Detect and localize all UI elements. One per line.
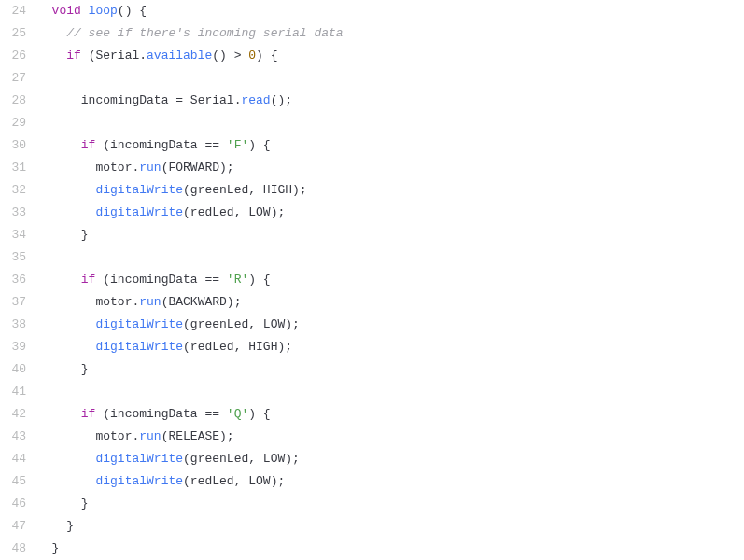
token-plain: motor.: [95, 295, 139, 309]
token-keyword: if: [81, 138, 96, 152]
line-number: 40: [0, 358, 26, 381]
token-plain: ();: [271, 93, 292, 107]
token-method: available: [147, 49, 212, 63]
token-method: run: [139, 295, 161, 309]
code-editor: 2425262728293031323334353637383940414243…: [0, 0, 744, 560]
token-plain: (incomingData ==: [95, 273, 226, 287]
line-number: 41: [0, 381, 26, 403]
token-plain: (Serial.: [81, 49, 147, 63]
code-line: if (Serial.available() > 0) {: [37, 45, 744, 67]
line-number: 42: [0, 403, 26, 426]
token-plain: (RELEASE);: [161, 429, 234, 443]
token-method: digitalWrite: [95, 452, 183, 466]
token-plain: (greenLed, HIGH);: [183, 183, 307, 197]
code-line: incomingData = Serial.read();: [37, 90, 744, 112]
code-line: digitalWrite(redLed, LOW);: [37, 202, 744, 224]
token-plain: () >: [212, 49, 248, 63]
token-plain: ) {: [248, 407, 270, 421]
line-number: 46: [0, 493, 26, 515]
token-plain: (incomingData ==: [95, 138, 226, 152]
line-number: 37: [0, 291, 26, 314]
token-plain: }: [66, 519, 74, 533]
token-plain: motor.: [95, 429, 139, 443]
code-line: void loop() {: [37, 0, 744, 22]
code-line: digitalWrite(redLed, LOW);: [37, 470, 744, 493]
token-string: 'Q': [227, 407, 248, 421]
line-number: 34: [0, 224, 26, 246]
token-plain: }: [81, 228, 89, 242]
token-method: digitalWrite: [95, 474, 183, 488]
token-plain: }: [81, 497, 89, 511]
token-plain: (greenLed, LOW);: [183, 452, 300, 466]
token-plain: ) {: [256, 49, 277, 63]
token-keyword: if: [66, 49, 81, 63]
code-line: digitalWrite(greenLed, LOW);: [37, 448, 744, 470]
token-plain: () {: [118, 4, 147, 18]
token-string: 'F': [227, 138, 248, 152]
code-line: [37, 246, 744, 269]
line-number: 35: [0, 246, 26, 269]
code-line: }: [37, 538, 744, 560]
line-number: 38: [0, 314, 26, 336]
code-line: }: [37, 224, 744, 246]
code-line: digitalWrite(greenLed, HIGH);: [37, 179, 744, 202]
code-line: [37, 67, 744, 90]
token-number: 0: [248, 49, 256, 63]
token-plain: [81, 4, 89, 18]
token-plain: (redLed, LOW);: [183, 474, 285, 488]
token-method: run: [139, 161, 161, 175]
token-method: digitalWrite: [95, 183, 183, 197]
line-number: 30: [0, 134, 26, 157]
line-number: 32: [0, 179, 26, 202]
code-line: digitalWrite(greenLed, LOW);: [37, 314, 744, 336]
token-plain: (redLed, HIGH);: [183, 340, 292, 354]
token-plain: (redLed, LOW);: [183, 205, 285, 219]
token-plain: (BACKWARD);: [161, 295, 242, 309]
token-plain: (incomingData ==: [95, 407, 226, 421]
code-line: motor.run(RELEASE);: [37, 426, 744, 448]
code-line: [37, 112, 744, 134]
token-plain: incomingData = Serial.: [81, 93, 242, 107]
code-line: digitalWrite(redLed, HIGH);: [37, 336, 744, 358]
line-number: 24: [0, 0, 26, 22]
line-number: 31: [0, 157, 26, 179]
token-comment: // see if there's incoming serial data: [66, 26, 343, 40]
token-plain: (FORWARD);: [161, 161, 234, 175]
line-number: 28: [0, 90, 26, 112]
token-plain: ) {: [248, 273, 270, 287]
line-number: 45: [0, 470, 26, 493]
code-line: }: [37, 358, 744, 381]
line-number: 29: [0, 112, 26, 134]
code-line: }: [37, 493, 744, 515]
token-plain: ) {: [248, 138, 270, 152]
token-plain: (greenLed, LOW);: [183, 317, 300, 331]
code-line: [37, 381, 744, 403]
code-line: // see if there's incoming serial data: [37, 22, 744, 45]
line-number: 27: [0, 67, 26, 90]
code-line: if (incomingData == 'R') {: [37, 269, 744, 291]
line-number: 26: [0, 45, 26, 67]
token-plain: }: [81, 362, 89, 376]
token-function-name: loop: [89, 4, 118, 18]
token-method: digitalWrite: [95, 205, 183, 219]
token-plain: motor.: [95, 161, 139, 175]
line-number: 39: [0, 336, 26, 358]
token-type: void: [52, 4, 81, 18]
token-string: 'R': [227, 273, 248, 287]
code-content[interactable]: void loop() { // see if there's incoming…: [37, 0, 744, 560]
line-number: 43: [0, 426, 26, 448]
token-method: digitalWrite: [95, 317, 183, 331]
token-keyword: if: [81, 273, 96, 287]
token-method: read: [241, 93, 270, 107]
line-number: 33: [0, 202, 26, 224]
code-line: if (incomingData == 'F') {: [37, 134, 744, 157]
line-number-gutter: 2425262728293031323334353637383940414243…: [0, 0, 37, 560]
code-line: motor.run(BACKWARD);: [37, 291, 744, 314]
token-method: run: [139, 429, 161, 443]
token-plain: }: [52, 541, 60, 555]
token-keyword: if: [81, 407, 96, 421]
line-number: 25: [0, 22, 26, 45]
line-number: 47: [0, 515, 26, 538]
code-line: if (incomingData == 'Q') {: [37, 403, 744, 426]
code-line: motor.run(FORWARD);: [37, 157, 744, 179]
